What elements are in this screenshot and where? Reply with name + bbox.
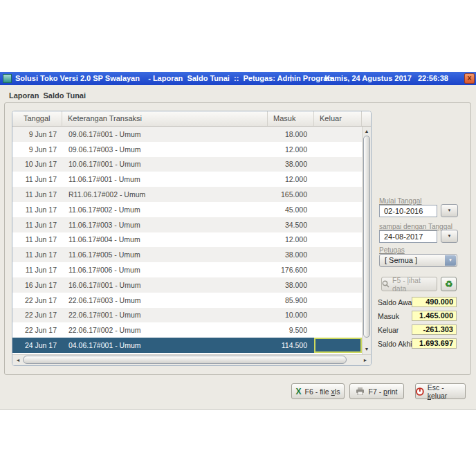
cell-keterangan: 11.06.17#002 - Umum (62, 202, 268, 217)
table-row[interactable]: 9 Jun 17 09.06.17#001 - Umum 18.000 (12, 127, 362, 142)
table-row[interactable]: 16 Jun 17 16.06.17#001 - Umum 38.000 (12, 277, 362, 293)
cell-tanggal: 11 Jun 17 (12, 262, 62, 277)
cell-keluar (314, 187, 362, 202)
titlebar-datetime: Kamis, 24 Agustus 2017 22:56:38 (324, 74, 448, 82)
scroll-right-icon[interactable]: ► (361, 357, 369, 364)
cell-tanggal: 9 Jun 17 (12, 127, 62, 142)
app-window: Solusi Toko Versi 2.0 SP Swalayan - Lapo… (0, 72, 476, 410)
cell-tanggal: 11 Jun 17 (12, 187, 62, 202)
saldo-awal-label: Saldo Awal (378, 298, 414, 306)
end-date-dropdown-button[interactable]: ▼ (441, 230, 458, 243)
col-header-keterangan[interactable]: Keterangan Transaksi (62, 111, 268, 126)
table-row[interactable]: 11 Jun 17 11.06.17#002 - Umum 45.000 (12, 202, 362, 217)
col-header-masuk[interactable]: Masuk (268, 111, 314, 126)
saldo-akhir-value: 1.693.697 (412, 338, 457, 349)
table-row[interactable]: 11 Jun 17 11.06.17#003 - Umum 34.500 (12, 217, 362, 232)
cell-keluar (314, 293, 362, 308)
export-xls-button[interactable]: X F6 - file xls (291, 383, 345, 399)
table-row[interactable]: 22 Jun 17 22.06.17#003 - Umum 85.900 (12, 293, 362, 308)
vertical-scrollbar[interactable]: ▲ ▼ (362, 127, 371, 354)
cell-keluar (314, 157, 362, 172)
refresh-button[interactable]: ♻ (441, 277, 457, 291)
cell-tanggal: 11 Jun 17 (12, 172, 62, 187)
cell-keterangan: 22.06.17#002 - Umum (62, 322, 268, 338)
petugas-select[interactable]: [ Semua ] ▼ (379, 254, 457, 267)
view-data-button[interactable]: F5 - lihat data (381, 277, 437, 291)
cell-keterangan: 11.06.17#005 - Umum (62, 247, 268, 262)
cell-keterangan: R11.06.17#002 - Umum (62, 187, 268, 202)
table-row[interactable]: 11 Jun 17 R11.06.17#002 - Umum 165.000 (12, 187, 362, 202)
cell-masuk: 12.000 (268, 232, 314, 248)
scroll-down-icon[interactable]: ▼ (363, 346, 371, 353)
cell-tanggal: 9 Jun 17 (12, 142, 62, 157)
table-row[interactable]: 9 Jun 17 09.06.17#003 - Umum 12.000 (12, 142, 362, 157)
table-row[interactable]: 11 Jun 17 11.06.17#005 - Umum 38.000 (12, 247, 362, 262)
cell-keluar (314, 322, 362, 338)
petugas-selected-value: [ Semua ] (385, 256, 417, 264)
cell-masuk: 9.500 (268, 322, 314, 338)
exit-label: Esc - keluar (428, 383, 465, 400)
table-row[interactable]: 22 Jun 17 22.06.17#002 - Umum 9.500 (12, 322, 362, 338)
cell-keterangan: 16.06.17#001 - Umum (62, 277, 268, 293)
cell-keluar (314, 247, 362, 262)
view-data-label: F5 - lihat data (392, 276, 437, 293)
cell-keluar (314, 232, 362, 248)
cell-keterangan: 09.06.17#003 - Umum (62, 142, 268, 157)
close-icon[interactable]: X (464, 73, 475, 84)
refresh-icon: ♻ (445, 279, 453, 289)
table-row[interactable]: 11 Jun 17 11.06.17#006 - Umum 176.600 (12, 262, 362, 277)
page-title: Laporan Saldo Tunai (9, 91, 86, 100)
table-row[interactable]: 22 Jun 17 22.06.17#001 - Umum 10.000 (12, 308, 362, 323)
print-button[interactable]: F7 - print (349, 383, 404, 399)
horizontal-scroll-thumb[interactable] (23, 356, 347, 364)
horizontal-scrollbar[interactable]: ◄ ► (12, 354, 371, 365)
cell-masuk: 18.000 (268, 127, 314, 142)
col-header-keluar[interactable]: Keluar (314, 111, 362, 126)
cell-masuk: 85.900 (268, 293, 314, 308)
printer-icon (356, 387, 365, 395)
table-row[interactable]: 11 Jun 17 11.06.17#001 - Umum 12.000 (12, 172, 362, 187)
cell-keluar (314, 338, 362, 353)
cell-keterangan: 22.06.17#003 - Umum (62, 293, 268, 308)
keluar-label: Keluar (378, 326, 399, 334)
cell-masuk: 45.000 (268, 202, 314, 217)
vertical-scroll-thumb[interactable] (363, 136, 370, 338)
scroll-left-icon[interactable]: ◄ (14, 357, 22, 364)
chevron-down-icon: ▼ (445, 255, 456, 266)
cell-tanggal: 22 Jun 17 (12, 322, 62, 338)
masuk-value: 1.465.000 (412, 311, 457, 321)
table-row[interactable]: 11 Jun 17 11.06.17#004 - Umum 12.000 (12, 232, 362, 248)
table-header: Tanggal Keterangan Transaksi Masuk Kelua… (12, 111, 371, 127)
cell-keluar (314, 127, 362, 142)
scroll-up-icon[interactable]: ▲ (363, 128, 371, 135)
cell-keterangan: 04.06.17#001 - Umum (62, 338, 268, 353)
cell-keterangan: 22.06.17#001 - Umum (62, 308, 268, 323)
start-date-label: Mulai Tanggal (379, 197, 422, 205)
cell-masuk: 12.000 (268, 142, 314, 157)
col-header-tanggal[interactable]: Tanggal (12, 111, 62, 126)
cell-keterangan: 11.06.17#001 - Umum (62, 172, 268, 187)
table-row[interactable]: 10 Jun 17 10.06.17#001 - Umum 38.000 (12, 157, 362, 172)
exit-button[interactable]: Esc - keluar (415, 383, 466, 399)
cell-keluar (314, 172, 362, 187)
window-title: Solusi Toko Versi 2.0 SP Swalayan - Lapo… (15, 74, 334, 82)
cell-tanggal: 22 Jun 17 (12, 308, 62, 323)
print-label: F7 - print (368, 387, 397, 396)
cell-tanggal: 11 Jun 17 (12, 247, 62, 262)
transactions-table: Tanggal Keterangan Transaksi Masuk Kelua… (12, 111, 372, 366)
cell-tanggal: 11 Jun 17 (12, 232, 62, 248)
app-icon (3, 74, 12, 83)
start-date-input[interactable]: 02-10-2016 (379, 205, 437, 217)
start-date-dropdown-button[interactable]: ▼ (441, 204, 458, 217)
cell-keterangan: 11.06.17#004 - Umum (62, 232, 268, 248)
cell-masuk: 38.000 (268, 157, 314, 172)
col-header-spacer (362, 111, 371, 126)
table-row[interactable]: 24 Jun 17 04.06.17#001 - Umum 114.500 (12, 338, 362, 353)
end-date-input[interactable]: 24-08-2017 (379, 230, 437, 243)
titlebar: Solusi Toko Versi 2.0 SP Swalayan - Lapo… (0, 72, 476, 85)
cell-masuk: 10.000 (268, 308, 314, 323)
cell-keterangan: 11.06.17#006 - Umum (62, 262, 268, 277)
cell-keluar (314, 308, 362, 323)
cell-tanggal: 22 Jun 17 (12, 293, 62, 308)
chevron-down-icon: ▼ (448, 208, 452, 212)
